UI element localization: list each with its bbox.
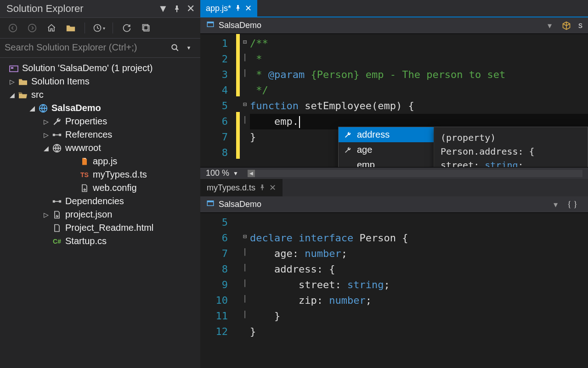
chevron-right-icon: ▷ <box>41 211 51 218</box>
tab-label: app.js* <box>206 4 231 13</box>
chevron-down-icon: ▾ <box>554 200 562 210</box>
modification-indicator <box>236 213 240 368</box>
search-icon[interactable] <box>168 41 182 55</box>
pin-icon[interactable] <box>259 183 266 193</box>
line-gutter: 5 6 7 8 9 10 11 12 <box>200 213 236 368</box>
svg-point-1 <box>28 24 36 32</box>
tree-item-webconfig[interactable]: web.config <box>0 181 200 195</box>
globe-icon <box>37 103 50 113</box>
nav-scope-label: SalsaDemo <box>219 21 261 30</box>
chevron-right-icon: ▷ <box>7 78 17 85</box>
intellisense-item-emp[interactable]: emp <box>339 157 434 167</box>
history-icon[interactable]: ▾ <box>91 21 106 35</box>
horizontal-scrollbar[interactable]: ◀ <box>248 170 582 177</box>
tree-item-dependencies[interactable]: ▷ Dependencies <box>0 195 200 208</box>
svg-point-5 <box>172 45 177 50</box>
close-icon[interactable]: ✕ <box>245 3 252 13</box>
solution-icon <box>7 63 20 73</box>
svg-rect-17 <box>207 22 214 23</box>
html-file-icon <box>51 223 63 233</box>
intellisense-label: address <box>357 129 390 140</box>
solution-node[interactable]: Solution 'SalsaDemo' (1 project) <box>0 61 200 75</box>
code-content[interactable]: declare interface Person { age: number; … <box>250 213 588 368</box>
chevron-right-icon: ▷ <box>41 131 51 139</box>
svg-rect-7 <box>11 67 13 69</box>
zoom-level[interactable]: 100 % <box>206 168 229 178</box>
svg-rect-13 <box>53 200 55 202</box>
references-icon <box>51 130 63 140</box>
chevron-down-icon[interactable]: ▼ <box>233 170 238 177</box>
tree-item-src[interactable]: ◢ src <box>0 88 200 101</box>
ts-file-icon: TS <box>78 170 91 180</box>
solution-label: Solution 'SalsaDemo' (1 project) <box>22 63 153 73</box>
tab-appjs[interactable]: app.js* ✕ <box>200 0 257 17</box>
search-input[interactable] <box>5 40 168 55</box>
fold-gutter[interactable]: ⊟││ ⊟│ <box>240 34 250 167</box>
nav-back-icon[interactable] <box>6 21 20 35</box>
tab-mytypes[interactable]: myTypes.d.ts ✕ <box>200 179 283 196</box>
chevron-down-icon: ◢ <box>41 145 51 152</box>
wrench-icon <box>343 145 352 155</box>
tree-item-appjs[interactable]: app.js <box>0 155 200 168</box>
tree-item-references[interactable]: ▷ References <box>0 128 200 141</box>
folder-icon <box>17 77 29 87</box>
home-icon[interactable] <box>44 21 59 35</box>
folder-icon[interactable] <box>63 21 78 35</box>
intellisense-list[interactable]: address age emp setEmployee <box>338 127 434 167</box>
fold-gutter[interactable]: ⊟││ │││ <box>240 213 250 368</box>
scope-icon <box>206 20 215 31</box>
wrench-icon <box>343 130 352 139</box>
tree-item-solution-items[interactable]: ▷ Solution Items <box>0 75 200 88</box>
scope-icon <box>206 199 215 210</box>
lower-nav-dropdown[interactable]: SalsaDemo ▾ { } <box>200 196 588 213</box>
tree-label: Solution Items <box>31 76 90 87</box>
tree-label: project.json <box>65 209 112 220</box>
tree-item-readme[interactable]: ▷ Project_Readme.html <box>0 221 200 234</box>
tree-label: app.js <box>93 156 117 167</box>
pin-icon[interactable] <box>172 4 182 14</box>
tree-label: Dependencies <box>65 196 124 206</box>
json-file-icon <box>51 210 63 220</box>
upper-nav-dropdown[interactable]: SalsaDemo ▾ s <box>200 17 588 34</box>
search-row: ▼ <box>0 39 200 58</box>
zoom-bar: 100 % ▼ ◀ <box>200 167 588 179</box>
braces-icon[interactable]: { } <box>562 200 582 209</box>
solution-tree: Solution 'SalsaDemo' (1 project) ▷ Solut… <box>0 58 200 248</box>
tree-item-properties[interactable]: ▷ Properties <box>0 115 200 128</box>
globe-icon <box>51 143 63 153</box>
tree-item-startup[interactable]: ▷ C# Startup.cs <box>0 234 200 248</box>
tree-item-project[interactable]: ◢ SalsaDemo <box>0 101 200 115</box>
solution-explorer-toolbar: ▾ <box>0 18 200 39</box>
intellisense-label: age <box>357 145 372 155</box>
js-file-icon <box>78 156 91 167</box>
intellisense-popup: address age emp setEmployee (property) P… <box>338 127 588 167</box>
dropdown-icon[interactable]: ▼ <box>158 4 168 14</box>
modification-indicator <box>236 34 240 167</box>
intellisense-item-age[interactable]: age <box>339 142 434 157</box>
lower-tab-bar: myTypes.d.ts ✕ <box>200 179 588 196</box>
tree-label: Properties <box>65 116 107 127</box>
cube-icon[interactable] <box>556 21 577 30</box>
tree-label: wwwroot <box>65 143 101 153</box>
intellisense-detail: (property) Person.address: { street: str… <box>434 127 588 167</box>
pin-icon[interactable] <box>235 4 241 13</box>
search-dropdown-icon[interactable]: ▼ <box>182 41 196 55</box>
tree-label: SalsaDemo <box>51 103 101 113</box>
tree-item-wwwroot[interactable]: ◢ wwwroot <box>0 141 200 155</box>
nav-forward-icon[interactable] <box>25 21 40 35</box>
svg-rect-15 <box>55 201 59 202</box>
tree-item-mytypes[interactable]: TS myTypes.d.ts <box>0 168 200 181</box>
close-icon[interactable]: ✕ <box>269 183 276 193</box>
intellisense-label: emp <box>357 160 375 167</box>
cs-file-icon: C# <box>51 236 63 246</box>
close-icon[interactable]: ✕ <box>186 4 196 14</box>
tree-item-projectjson[interactable]: ▷ project.json <box>0 208 200 221</box>
tree-label: myTypes.d.ts <box>93 169 147 180</box>
lower-code-editor[interactable]: 5 6 7 8 9 10 11 12 ⊟││ │││ declare inter… <box>200 213 588 368</box>
intellisense-item-address[interactable]: address <box>339 127 434 142</box>
upper-code-editor[interactable]: 1 2 3 4 5 6 7 8 ⊟││ ⊟│ /** * * @param {P… <box>200 34 588 167</box>
collapse-all-icon[interactable] <box>139 21 153 35</box>
scroll-left-icon[interactable]: ◀ <box>248 170 255 177</box>
refresh-icon[interactable] <box>119 21 134 35</box>
tree-label: Startup.cs <box>65 236 107 246</box>
